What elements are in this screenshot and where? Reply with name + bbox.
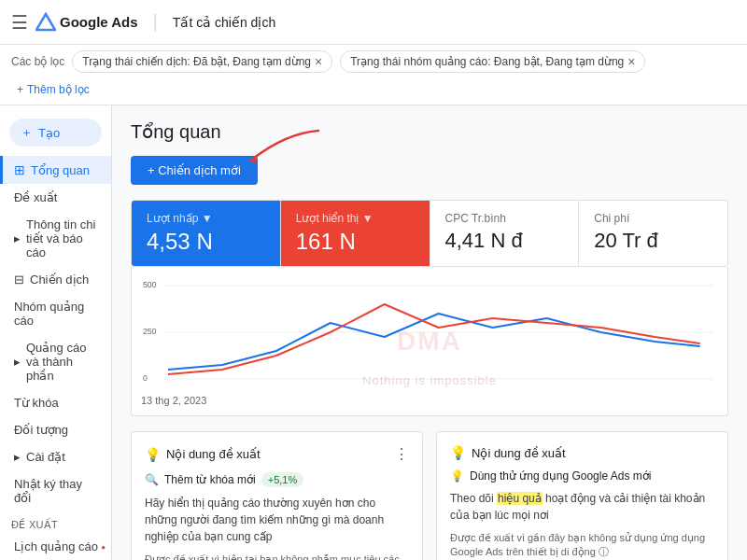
metric-cost-value: 20 Tr đ <box>594 229 712 253</box>
card-1-header: 💡 Nội dung đề xuất ⋮ <box>145 445 409 463</box>
plus-icon: ＋ <box>21 124 33 141</box>
topbar-campaign-label: Tất cả chiến dịch <box>173 15 275 30</box>
metric-cost-header: Chi phí <box>594 212 712 225</box>
card-2-body: Theo dõi hiệu quả hoạt động và cải thiện… <box>450 490 714 524</box>
chevron-icon: ▸ <box>14 450 21 464</box>
chart-area: DMA Nothing is impossible 500 250 0 13 t… <box>131 267 728 416</box>
metrics-row: Lượt nhấp ▼ 4,53 N Lượt hiển thị ▼ 161 N… <box>131 200 728 267</box>
add-filter-button[interactable]: + Thêm bộ lọc <box>11 80 95 99</box>
metric-cpc[interactable]: CPC Tr.bình 4,41 N đ <box>430 201 580 266</box>
card-2-subtitle: 💡 Dùng thử ứng dụng Google Ads mới <box>450 469 714 483</box>
filter-close-2[interactable]: × <box>627 54 635 69</box>
card-1-icon: 💡 <box>145 447 161 462</box>
sidebar-item-ad-schedule[interactable]: Lịch quảng cáo <box>0 533 111 560</box>
card-1-tag: +5,1% <box>261 472 304 487</box>
metric-clicks[interactable]: Lượt nhấp ▼ 4,53 N <box>132 201 281 266</box>
main-layout: ＋ Tạo ⊞ Tổng quan Đề xuất ▸ Thông tin ch… <box>0 105 747 560</box>
main-content: Tổng quan + Chiến dịch mới Lượt nhấp ▼ 4… <box>112 105 747 560</box>
card-1-title: Nội dung đề xuất <box>166 447 261 461</box>
card-1-search-icon: 🔍 <box>145 473 159 486</box>
menu-icon[interactable]: ☰ <box>11 11 28 34</box>
sidebar-section-suggestions: Đề xuất <box>0 511 111 533</box>
card-1-subtitle: 🔍 Thêm từ khóa mới +5,1% <box>145 472 409 487</box>
svg-text:250: 250 <box>143 327 157 336</box>
highlight-text: hiệu quả <box>497 492 543 505</box>
sidebar-item-audience[interactable]: Đối tượng <box>0 416 111 443</box>
campaign-icon: ⊟ <box>14 273 24 287</box>
home-icon: ⊞ <box>14 162 25 177</box>
chevron-icon: ▸ <box>14 355 21 369</box>
chevron-icon: ▸ <box>14 231 21 245</box>
chart-x-label: 13 thg 2, 2023 <box>141 395 718 406</box>
filter-chip-2[interactable]: Trạng thái nhóm quảng cáo: Đang bật, Đan… <box>340 50 645 73</box>
topbar: ☰ Google Ads | Tất cả chiến dịch <box>0 0 747 45</box>
sidebar-item-settings[interactable]: ▸ Cài đặt <box>0 443 111 470</box>
card-2-note: Được đề xuất vì gần đây bạn không sử dụn… <box>450 531 714 560</box>
card-1-sub-text: Thêm từ khóa mới <box>164 473 256 486</box>
sidebar-item-campaigns[interactable]: ⊟ Chiến dịch <box>0 266 111 293</box>
card-2-icon: 💡 <box>450 445 466 460</box>
card-2-bulb-icon: 💡 <box>450 469 464 483</box>
card-1-note: Được đề xuất vì hiện tại bạn không nhắm … <box>145 553 409 560</box>
filter-label: Các bộ lọc <box>11 55 64 68</box>
logo: Google Ads <box>35 12 138 33</box>
card-2-sub-text: Dùng thử ứng dụng Google Ads mới <box>470 469 651 483</box>
suggestion-card-2: 💡 Nội dung đề xuất 💡 Dùng thử ứng dụng G… <box>436 431 728 560</box>
svg-text:500: 500 <box>143 280 157 289</box>
plus-icon: + <box>17 83 23 96</box>
metric-impressions-header: Lượt hiển thị ▼ <box>296 212 415 225</box>
card-1-body: Hãy hiển thị quảng cáo thường xuyên hơn … <box>145 495 409 545</box>
sidebar-item-reports[interactable]: ▸ Thông tin chi tiết và báo cáo <box>0 211 111 266</box>
sidebar-item-changelog[interactable]: Nhật ký thay đổi <box>0 470 111 511</box>
metric-cpc-header: CPC Tr.bình <box>445 212 564 225</box>
sidebar-item-keywords[interactable]: Từ khóa <box>0 389 111 416</box>
create-button[interactable]: ＋ Tạo <box>9 119 102 147</box>
metric-impressions-value: 161 N <box>296 229 415 255</box>
cards-row: 💡 Nội dung đề xuất ⋮ 🔍 Thêm từ khóa mới … <box>131 431 728 560</box>
topbar-title: Google Ads <box>60 14 138 30</box>
metric-clicks-value: 4,53 N <box>147 229 265 255</box>
filter-chip-1[interactable]: Trạng thái chiến dịch: Đã bật, Đang tạm … <box>72 50 332 73</box>
sidebar: ＋ Tạo ⊞ Tổng quan Đề xuất ▸ Thông tin ch… <box>0 105 112 560</box>
sidebar-item-ads[interactable]: ▸ Quảng cáo và thành phần <box>0 334 111 389</box>
filter-close-1[interactable]: × <box>315 54 322 69</box>
page-title: Tổng quan <box>131 120 728 143</box>
new-campaign-button[interactable]: + Chiến dịch mới <box>131 156 258 185</box>
svg-text:0: 0 <box>143 373 148 383</box>
topbar-separator: | <box>153 11 158 33</box>
google-ads-logo-icon <box>35 12 56 33</box>
new-campaign-area: + Chiến dịch mới <box>131 156 258 185</box>
performance-chart: 500 250 0 <box>141 276 718 388</box>
metric-cost[interactable]: Chi phí 20 Tr đ <box>579 201 727 266</box>
sidebar-item-adgroups[interactable]: Nhóm quảng cáo <box>0 293 111 334</box>
metric-clicks-header: Lượt nhấp ▼ <box>147 212 265 225</box>
suggestion-card-1: 💡 Nội dung đề xuất ⋮ 🔍 Thêm từ khóa mới … <box>131 431 423 560</box>
sidebar-item-suggestions[interactable]: Đề xuất <box>0 184 111 211</box>
sidebar-item-overview[interactable]: ⊞ Tổng quan <box>0 156 111 184</box>
filterbar: Các bộ lọc Trạng thái chiến dịch: Đã bật… <box>0 45 747 105</box>
card-2-title: Nội dung đề xuất <box>472 446 566 460</box>
metric-cpc-value: 4,41 N đ <box>445 229 564 253</box>
card-2-header: 💡 Nội dung đề xuất <box>450 445 714 460</box>
svg-marker-0 <box>36 14 55 30</box>
metric-impressions[interactable]: Lượt hiển thị ▼ 161 N <box>281 201 430 266</box>
card-1-menu[interactable]: ⋮ <box>394 445 409 463</box>
